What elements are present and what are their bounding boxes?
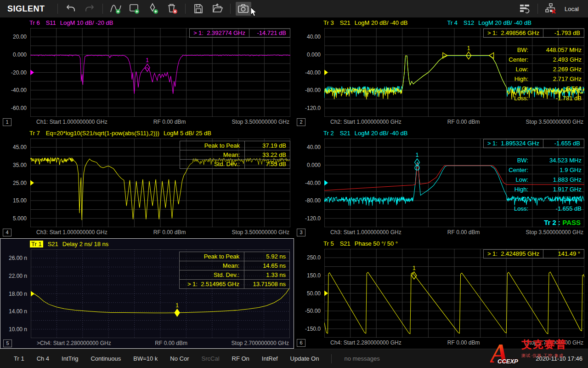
y-tick: 0.000 (13, 52, 27, 58)
stat-label: Std. Dev.: (180, 160, 244, 168)
svg-text:1: 1 (175, 302, 179, 309)
plot-panel-3[interactable]: Tr 2 S21 LogM 20 dB/ -40 dB 40.00 0.000 … (294, 128, 588, 238)
trace-measurement: S21 (340, 240, 351, 247)
svg-text:1: 1 (413, 265, 416, 271)
window-number: 4 (3, 229, 11, 236)
statistics-table: Peak to Peak37.19 dB Mean:33.22 dB Std. … (180, 141, 290, 169)
trash-icon (166, 3, 178, 15)
y-tick: 18.00 n (9, 291, 27, 297)
save-icon (193, 3, 204, 14)
trace-label[interactable]: Tr 3 (323, 19, 334, 26)
trace-label[interactable]: Tr 7 (29, 130, 40, 137)
trace-label[interactable]: Tr 4 (447, 19, 458, 26)
footer-rf-power: RF 0.00 dBm (447, 119, 480, 125)
stat-label: High: (514, 186, 528, 193)
status-datetime: 2020-11-10 17:46 (536, 355, 582, 362)
siglent-logo: SIGLENT (7, 4, 45, 14)
toolbar-divider (102, 4, 103, 14)
status-sweep-mode: Continuous (90, 355, 121, 362)
y-tick: 250.0 (307, 254, 321, 261)
network-status-button[interactable] (543, 2, 559, 16)
trace-measurement: S11 (46, 19, 56, 26)
footer-rf-power: RF 0.00 dBm (447, 339, 480, 346)
plot-panel-2[interactable]: Tr 3 S21 LogM 20 dB/ -40 dB Tr 4 S12 Log… (294, 17, 588, 128)
footer-stop: Stop 3.500000000 GHz (232, 119, 289, 125)
y-tick: -20.00 (11, 69, 27, 76)
add-marker-button[interactable] (146, 2, 161, 16)
trace-title-bar: Tr 1 S21 Delay 2 ns/ 18 ns (0, 239, 294, 249)
plot-area: Peak to Peak37.19 dB Mean:33.22 dB Std. … (30, 138, 290, 227)
stat-label: Std. Dev.: (180, 270, 244, 279)
limit-test-verdict: Tr 2 : PASS (544, 218, 581, 226)
window-number: 2 (297, 118, 305, 126)
channel-footer: 3 Ch3: Start 1.000000000 GHz RF 0.00 dBm… (294, 227, 588, 237)
stat-label: Loss: (514, 95, 528, 102)
plot-panel-4[interactable]: Tr 7 Eq=20*log10(S21/sqrt(1-pow(abs(S11)… (0, 128, 294, 238)
y-tick: 0.000 (307, 52, 321, 58)
y-tick: 150.0 (307, 272, 321, 279)
marker-value: -14.721 dB (249, 29, 290, 37)
status-message: no messages (344, 355, 379, 362)
undo-button[interactable] (63, 2, 79, 16)
trace-title-bar: Tr 3 S21 LogM 20 dB/ -40 dB Tr 4 S12 Log… (294, 17, 588, 28)
add-window-icon (129, 3, 141, 15)
marker-value: -1.793 dB (543, 29, 584, 37)
trace-measurement: S12 (464, 19, 474, 26)
trace-format: LogM 20 dB/ -40 dB (355, 19, 408, 26)
y-tick: -40.00 (305, 69, 321, 76)
stat-row: Std. Dev.:1.33 ns (179, 270, 290, 280)
toolbar-divider (537, 4, 538, 14)
plot-panel-1[interactable]: Tr 6 S11 LogM 10 dB/ -20 dB 20.00 0.000 … (0, 17, 294, 128)
trace-label[interactable]: Tr 6 (29, 19, 40, 26)
stat-value: 55.029 (563, 196, 582, 202)
marker-value: 13.71508 ns (244, 280, 289, 288)
marker-readout: > 1: 2.392774 GHz-14.721 dB (189, 29, 290, 38)
stat-row: Peak to Peak37.19 dB (180, 141, 290, 150)
stat-label: Low: (516, 66, 528, 73)
trace-label[interactable]: Tr 2 (323, 130, 334, 137)
stat-row: Mean:14.65 ns (179, 261, 290, 270)
plot-grid: Tr 6 S11 LogM 10 dB/ -20 dB 20.00 0.000 … (0, 17, 588, 349)
trace-label[interactable]: Tr 5 (323, 240, 334, 247)
active-trace-label[interactable]: Tr 1 (30, 241, 43, 247)
status-if-bandwidth: BW=10 k (133, 355, 158, 362)
save-button[interactable] (191, 2, 206, 16)
delete-button[interactable] (164, 2, 180, 16)
trace-measurement: S21 (48, 241, 58, 247)
y-tick: 20.00 (13, 34, 27, 40)
y-tick: -150.0 (305, 326, 321, 332)
screenshot-button[interactable] (236, 2, 251, 16)
plot-panel-5-active[interactable]: Tr 1 S21 Delay 2 ns/ 18 ns 26.00 n 22.00… (0, 238, 294, 349)
open-button[interactable] (209, 2, 225, 16)
y-tick: -120.0 (305, 105, 321, 111)
add-window-button[interactable] (127, 2, 142, 16)
stat-row: Mean:33.22 dB (180, 150, 290, 160)
channel-footer: 2 Ch2: Start 1.000000000 GHz RF 0.00 dBm… (294, 117, 588, 127)
folder-icon (212, 3, 223, 14)
toolbar: SIGLENT Local (0, 0, 588, 17)
status-reference: IntRef (262, 355, 278, 362)
y-tick: 0.000 (307, 162, 321, 168)
redo-button[interactable] (82, 2, 97, 16)
footer-rf-power: RF 0.00 dBm (447, 229, 480, 236)
plot-panel-6[interactable]: Tr 5 S21 Phase 50 °/ 50 ° 250.0 150.0 50… (294, 238, 588, 349)
window-layout-button[interactable] (517, 2, 532, 16)
footer-start: Ch3: Start 1.000000000 GHz (330, 229, 401, 236)
stat-value: -1.655 dB (556, 205, 582, 212)
window-number: 1 (3, 118, 11, 126)
plot-area: 1 > 1: 2.424895 GHz141.49 ° (324, 249, 584, 338)
stat-value: 14.65 ns (244, 261, 289, 270)
local-mode-label[interactable]: Local (565, 6, 579, 12)
stat-label: Loss: (514, 205, 528, 212)
status-source-cal: SrcCal (202, 355, 220, 362)
svg-text:1: 1 (146, 57, 149, 63)
y-tick: 22.00 n (9, 273, 27, 279)
y-tick: 10.00 n (9, 326, 27, 333)
s11-trace-chart[interactable]: 1 (30, 28, 290, 117)
stat-value: 33.22 dB (244, 150, 290, 159)
y-axis-labels: 26.00 n 22.00 n 18.00 n 14.00 n 10.00 n (0, 249, 31, 338)
bandwidth-stats: BW:34.523 MHz Center:1.9 GHz Low:1.883 G… (509, 157, 584, 212)
phase-trace-chart[interactable]: 1 (324, 249, 584, 338)
add-trace-button[interactable] (108, 2, 124, 16)
mouse-cursor (250, 7, 258, 19)
